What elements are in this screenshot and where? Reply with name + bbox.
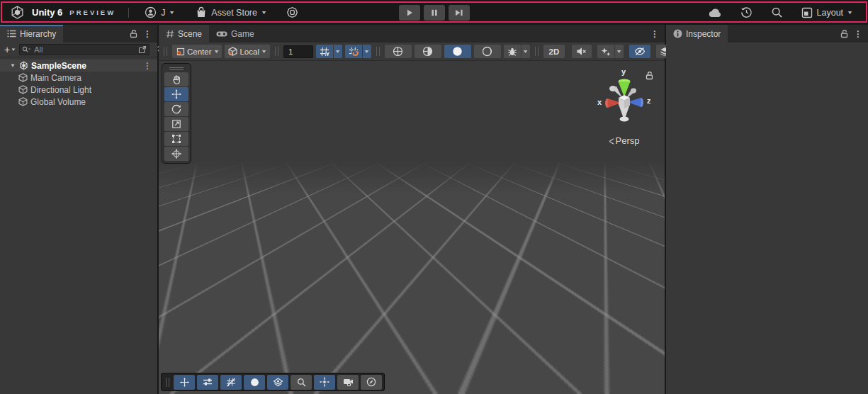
scene-menu-icon[interactable]: ⋮ — [143, 62, 152, 70]
cloud-services-button[interactable] — [702, 6, 728, 19]
account-label: J — [161, 8, 165, 18]
overlay-gizmos-toggle[interactable] — [267, 375, 288, 390]
rotate-tool-button[interactable] — [164, 102, 188, 116]
rect-icon — [171, 134, 181, 144]
inspector-menu-icon[interactable]: ⋮ — [854, 30, 862, 38]
scene-panel-menu-icon[interactable]: ⋮ — [650, 30, 659, 38]
search-button[interactable] — [765, 5, 789, 20]
projection-toggle[interactable]: < Persp — [609, 135, 640, 146]
tab-inspector[interactable]: Inspector — [666, 25, 728, 43]
preview-badge: PREVIEW — [69, 9, 115, 16]
scale-tool-button[interactable] — [164, 117, 188, 131]
account-menu-button[interactable]: J ▼ — [142, 5, 177, 20]
tree-row-scene[interactable]: ▼ SampleScene ⋮ — [0, 60, 157, 72]
tab-game[interactable]: Game — [209, 25, 261, 43]
scene-viewport[interactable]: y x z < Persp — [159, 61, 665, 394]
orientation-gizmo[interactable]: y x z < Persp — [592, 69, 656, 140]
move-tool-button[interactable] — [164, 87, 188, 101]
eye-slash-icon — [634, 47, 646, 56]
rotate-icon — [171, 104, 181, 114]
debug-draw-caret-button[interactable]: ▼ — [521, 45, 530, 58]
gizmo-y-label[interactable]: y — [621, 67, 626, 76]
game-controller-icon — [216, 30, 227, 38]
tree-row-directional-light[interactable]: Directional Light — [0, 84, 157, 96]
move-icon — [171, 89, 181, 99]
shading-shaded-button[interactable] — [444, 45, 471, 58]
view-hand-tool-button[interactable] — [164, 72, 188, 86]
grid-axis-button[interactable]: Y — [316, 45, 333, 58]
move-snap-icon — [320, 377, 329, 387]
toolbar-divider — [128, 8, 129, 18]
debug-draw-split-button: ▼ — [504, 45, 530, 58]
grid-axis-caret-button[interactable]: ▼ — [333, 45, 342, 58]
search-icon — [771, 6, 783, 18]
gizmo-lock-icon[interactable] — [646, 71, 653, 80]
lock-icon[interactable] — [840, 29, 848, 38]
projection-label: Persp — [616, 135, 640, 146]
shading-unlit-button[interactable] — [474, 45, 501, 58]
orientation-mode-dropdown[interactable]: Local ▼ — [225, 45, 269, 58]
overlay-compass-toggle[interactable] — [361, 375, 382, 390]
layout-caret-icon: ▼ — [847, 10, 853, 15]
add-gameobject-button[interactable]: + ▼ — [3, 44, 17, 55]
pivot-icon — [176, 47, 185, 56]
overlay-snap-toggle[interactable] — [314, 375, 335, 390]
step-icon — [454, 9, 463, 17]
tab-hierarchy[interactable]: Hierarchy — [0, 25, 63, 43]
unity-editor-window: Unity 6 PREVIEW J ▼ Asset Store — [0, 0, 868, 394]
hierarchy-menu-icon[interactable]: ⋮ — [143, 30, 152, 38]
overlay-search-toggle[interactable] — [291, 375, 312, 390]
tree-row-main-camera[interactable]: Main Camera — [0, 72, 157, 84]
debug-draw-button[interactable] — [504, 45, 521, 58]
grid-snap-caret-button[interactable]: ▼ — [362, 45, 371, 58]
undo-history-button[interactable] — [735, 5, 758, 20]
scene-grid-icon — [166, 30, 174, 38]
tree-row-global-volume[interactable]: Global Volume — [0, 96, 157, 108]
overlay-grip[interactable] — [166, 378, 169, 387]
shading-wireframe-button[interactable] — [385, 45, 412, 58]
step-button[interactable] — [449, 5, 470, 21]
scene-tabbar: Scene Game ⋮ — [159, 25, 665, 43]
grid-size-input[interactable] — [283, 45, 313, 58]
tools-overlay-handle[interactable] — [164, 65, 188, 72]
overlays-toolbar — [161, 373, 385, 391]
main-toolbar: Unity 6 PREVIEW J ▼ Asset Store — [0, 0, 868, 25]
overlay-view-options-toggle[interactable] — [197, 375, 218, 390]
hierarchy-search-input[interactable] — [33, 45, 136, 55]
scene-visibility-button[interactable] — [629, 45, 650, 58]
inspector-tab-controls: ⋮ — [835, 25, 868, 43]
overlay-shading-toggle[interactable] — [244, 375, 265, 390]
hub-button[interactable] — [283, 5, 301, 20]
effects-button[interactable] — [597, 45, 614, 58]
rect-tool-button[interactable] — [164, 132, 188, 146]
disclosure-icon[interactable]: ▼ — [9, 62, 16, 69]
gameobject-name: Directional Light — [30, 85, 91, 95]
play-button[interactable] — [399, 5, 420, 21]
overlay-camera-toggle[interactable] — [337, 375, 359, 390]
lock-icon[interactable] — [130, 29, 137, 38]
asset-store-button[interactable]: Asset Store ▼ — [193, 5, 269, 20]
pivot-mode-dropdown[interactable]: Center ▼ — [172, 45, 222, 58]
open-search-window-icon[interactable] — [138, 45, 147, 54]
2d-mode-button[interactable]: 2D — [543, 45, 565, 58]
inspector-body — [666, 43, 868, 394]
transform-tool-button[interactable] — [164, 147, 188, 161]
pause-button[interactable] — [424, 5, 445, 21]
toolbar-grip[interactable] — [275, 47, 278, 56]
toolbar-grip[interactable] — [164, 47, 167, 56]
shading-shaded-wire-button[interactable] — [415, 45, 441, 58]
persp-chevron-icon: < — [609, 134, 614, 148]
gizmo-x-label[interactable]: x — [597, 98, 602, 106]
overlay-tools-toggle[interactable] — [174, 375, 195, 390]
layout-dropdown-button[interactable]: Layout ▼ — [796, 6, 858, 20]
toolbar-grip[interactable] — [376, 47, 380, 56]
overlay-grid-toggle[interactable] — [220, 375, 242, 390]
gizmo-z-label[interactable]: z — [647, 96, 651, 105]
grid-snap-button[interactable] — [345, 45, 362, 58]
gameobject-name: Main Camera — [30, 73, 81, 83]
audio-mute-button[interactable] — [572, 45, 592, 58]
effects-caret-button[interactable]: ▼ — [614, 45, 624, 58]
tab-scene[interactable]: Scene — [159, 25, 209, 43]
hierarchy-search-field[interactable] — [19, 44, 150, 55]
toolbar-grip[interactable] — [535, 47, 539, 56]
